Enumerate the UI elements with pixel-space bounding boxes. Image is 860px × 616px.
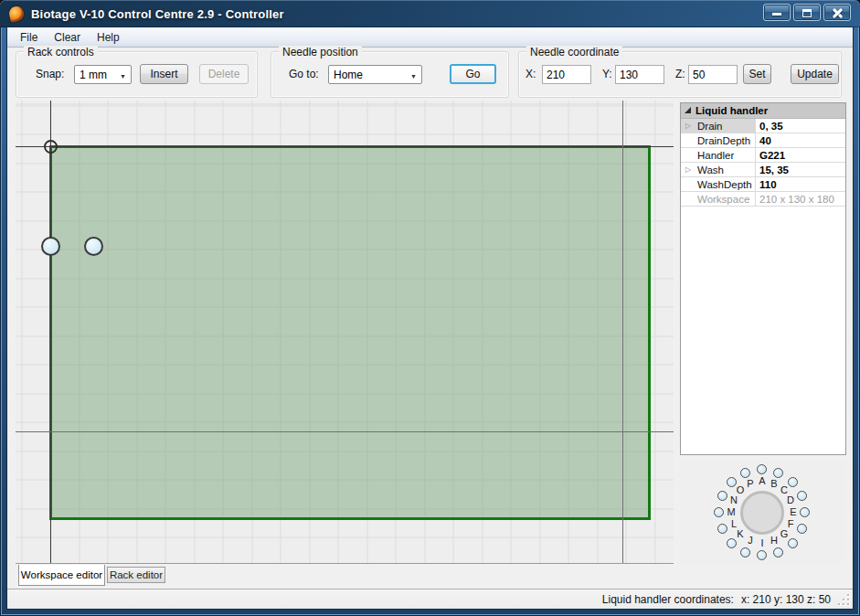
snap-dropdown[interactable]: 1 mm ▼ (74, 65, 132, 84)
chevron-down-icon: ▼ (120, 73, 126, 80)
carousel-position-circle-n[interactable] (717, 491, 727, 501)
carousel-letter: L (728, 518, 739, 529)
property-row-workspace: Workspace 210 x 130 x 180 (681, 192, 845, 207)
goto-label: Go to: (289, 68, 319, 80)
property-value[interactable]: G221 (756, 148, 845, 162)
needle-position-crosshair[interactable] (44, 140, 58, 154)
category-label: Liquid handler (695, 105, 768, 116)
property-value[interactable]: 15, 35 (756, 163, 845, 176)
group-rack-controls: Rack controls Snap: 1 mm ▼ Insert Delete (16, 51, 258, 98)
resize-grip[interactable] (838, 594, 850, 606)
carousel-position-circle-f[interactable] (797, 524, 807, 534)
x-coordinate-input[interactable] (542, 65, 591, 84)
carousel-letter: H (769, 535, 780, 546)
carousel-letter: E (788, 506, 799, 517)
carousel-position-circle-a[interactable] (757, 464, 767, 474)
carousel-letter: K (735, 528, 746, 539)
needle-coordinate-row: X: Y: Z: Set Update (519, 52, 841, 97)
carousel-hub-circle (740, 491, 784, 535)
carousel-position-circle-p[interactable] (740, 468, 750, 478)
indent-cell (681, 133, 695, 147)
chevron-down-icon: ▼ (410, 73, 417, 80)
minimize-icon (772, 13, 781, 16)
property-name: Handler (695, 148, 756, 162)
property-category-header[interactable]: Liquid handler (681, 103, 845, 119)
biotage-flame-icon (7, 5, 26, 23)
caption-buttons (763, 4, 851, 21)
status-bar: Liquid handler coordinates: x: 210 y: 13… (7, 589, 853, 609)
carousel-position-circle-e[interactable] (800, 507, 810, 517)
property-value[interactable]: 110 (756, 177, 845, 191)
minimize-button[interactable] (763, 4, 791, 21)
menu-file[interactable]: File (12, 27, 46, 47)
snap-dropdown-value: 1 mm (80, 69, 107, 81)
update-button[interactable]: Update (791, 64, 839, 84)
liquid-handler-property-grid: Liquid handler ▷ Drain 0, 35 DrainDepth … (680, 102, 846, 455)
tab-rack-editor[interactable]: Rack editor (107, 567, 165, 583)
close-button[interactable] (823, 4, 851, 21)
maximize-icon (802, 9, 812, 17)
expander-icon[interactable]: ▷ (681, 163, 695, 176)
goto-dropdown-value: Home (334, 69, 363, 81)
carousel-position-circle-i[interactable] (757, 550, 767, 560)
carousel-position-circle-d[interactable] (797, 491, 807, 501)
set-button[interactable]: Set (743, 64, 771, 84)
property-name: Workspace (695, 192, 756, 206)
property-value: 210 x 130 x 180 (756, 192, 845, 206)
status-coordinates-label: Liquid handler coordinates: (602, 593, 734, 606)
carousel-position-circle-j[interactable] (740, 547, 750, 558)
property-row-handler[interactable]: Handler G221 (681, 148, 845, 163)
indent-cell (681, 148, 695, 162)
carousel-position-circle-g[interactable] (788, 538, 798, 548)
workspace-rectangle[interactable] (49, 145, 651, 520)
property-row-draindepth[interactable]: DrainDepth 40 (681, 133, 845, 148)
wash-port-circle[interactable] (84, 237, 103, 256)
status-coordinates-value: x: 210 y: 130 z: 50 (741, 593, 831, 606)
needle-axis-horizontal-line (16, 146, 674, 147)
window-title: Biotage V-10 Control Centre 2.9 - Contro… (31, 7, 284, 21)
carousel-letter: M (726, 506, 737, 517)
goto-dropdown[interactable]: Home ▼ (328, 65, 422, 84)
carousel-position-circle-h[interactable] (773, 547, 783, 558)
property-row-washdepth[interactable]: WashDepth 110 (681, 177, 845, 192)
indent-cell (681, 177, 695, 191)
z-coordinate-input[interactable] (688, 65, 738, 84)
property-value[interactable]: 0, 35 (756, 119, 845, 133)
carousel-position-circle-k[interactable] (727, 538, 737, 548)
drain-port-circle[interactable] (41, 237, 60, 256)
delete-button[interactable]: Delete (199, 64, 249, 84)
group-needle-position: Needle position Go to: Home ▼ Go (271, 51, 509, 98)
client-area: File Clear Help Rack controls Snap: 1 mm… (7, 27, 853, 609)
y-coordinate-input[interactable] (615, 65, 664, 84)
property-row-drain[interactable]: ▷ Drain 0, 35 (681, 119, 845, 133)
insert-button[interactable]: Insert (140, 64, 188, 84)
snap-label: Snap: (36, 68, 64, 80)
y-label: Y: (602, 68, 612, 80)
carousel-position-circle-m[interactable] (714, 507, 724, 517)
carousel-letter: N (728, 494, 739, 505)
title-bar[interactable]: Biotage V-10 Control Centre 2.9 - Contro… (0, 0, 860, 27)
rack-controls-row: Snap: 1 mm ▼ Insert Delete (16, 52, 257, 97)
z-label: Z: (675, 68, 685, 80)
needle-position-row: Go to: Home ▼ Go (271, 52, 508, 97)
maximize-button[interactable] (793, 4, 821, 21)
carousel-letter: D (785, 494, 796, 505)
property-row-wash[interactable]: ▷ Wash 15, 35 (681, 163, 845, 177)
carousel-letter: I (757, 537, 768, 548)
carousel-letter: G (779, 528, 790, 539)
carousel-letter: A (757, 475, 768, 486)
property-name: Drain (695, 119, 756, 133)
menu-clear[interactable]: Clear (46, 27, 89, 47)
group-needle-coordinate: Needle coordinate X: Y: Z: Set Update (518, 51, 842, 98)
app-window: Biotage V-10 Control Centre 2.9 - Contro… (0, 0, 860, 616)
menu-bar: File Clear Help (7, 27, 853, 48)
go-button[interactable]: Go (450, 64, 496, 84)
indent-cell (681, 192, 695, 206)
carousel-position-circle-b[interactable] (773, 468, 783, 478)
carousel-position-circle-l[interactable] (717, 524, 727, 534)
property-value[interactable]: 40 (756, 133, 845, 147)
menu-help[interactable]: Help (89, 27, 128, 47)
expander-icon[interactable]: ▷ (681, 119, 695, 133)
workspace-editor-canvas[interactable] (16, 101, 674, 564)
tab-workspace-editor[interactable]: Workspace editor (18, 565, 105, 586)
